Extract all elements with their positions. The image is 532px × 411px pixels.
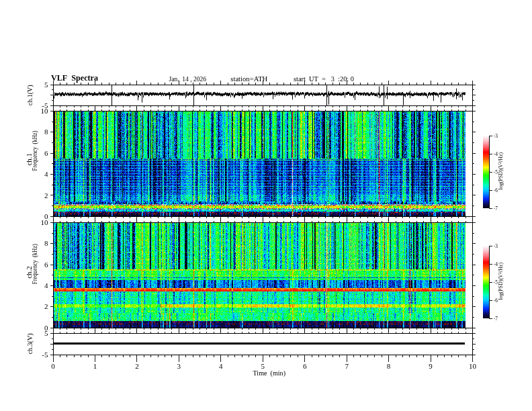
svg-text:0: 0 (44, 324, 48, 332)
svg-text:-7: -7 (494, 316, 498, 322)
svg-text:10: 10 (41, 218, 49, 226)
svg-text:4: 4 (44, 281, 48, 289)
svg-text:10: 10 (41, 107, 49, 115)
svg-text:-7: -7 (494, 205, 498, 212)
svg-text:6: 6 (44, 149, 48, 157)
svg-text:start UT = 3 :20: 0: start UT = 3 :20: 0 (294, 75, 354, 83)
svg-text:Frequency (kHz): Frequency (kHz) (30, 244, 39, 284)
svg-text:8: 8 (44, 128, 48, 136)
svg-text:-3: -3 (494, 133, 498, 139)
svg-text:ch.3(V): ch.3(V) (26, 333, 34, 354)
svg-text:Frequency (kHz): Frequency (kHz) (30, 130, 39, 171)
svg-text:ch.1(V): ch.1(V) (26, 85, 34, 105)
svg-text:station=ATH: station=ATH (230, 75, 267, 83)
svg-text:8: 8 (44, 239, 48, 247)
svg-text:2: 2 (135, 362, 139, 370)
svg-text:2: 2 (44, 191, 48, 199)
svg-text:-5: -5 (494, 279, 498, 285)
svg-text:-5: -5 (494, 169, 498, 175)
svg-text:3: 3 (177, 362, 181, 370)
svg-text:6: 6 (303, 362, 307, 370)
svg-text:-6: -6 (494, 298, 498, 304)
svg-text:ch.2: ch.2 (25, 266, 33, 279)
svg-text:-4: -4 (494, 151, 498, 157)
svg-text:Time (min): Time (min) (253, 369, 286, 377)
svg-text:7: 7 (345, 362, 349, 370)
svg-text:log(PSD)(V2/Hz): log(PSD)(V2/Hz) (498, 152, 504, 189)
svg-text:10: 10 (469, 362, 477, 370)
svg-text:5: 5 (44, 81, 48, 89)
svg-text:VLF Spectra: VLF Spectra (51, 73, 98, 83)
svg-text:ch.1: ch.1 (25, 153, 33, 166)
svg-text:-6: -6 (494, 187, 498, 193)
svg-text:-5: -5 (42, 351, 48, 359)
svg-text:5: 5 (44, 329, 48, 337)
svg-text:8: 8 (387, 362, 391, 370)
svg-text:-3: -3 (494, 243, 498, 249)
svg-text:log(PSD)(V2/Hz): log(PSD)(V2/Hz) (498, 263, 504, 300)
svg-text:1: 1 (93, 362, 97, 370)
svg-text:0: 0 (44, 212, 48, 220)
svg-text:-5: -5 (42, 101, 48, 109)
svg-text:Jan. 14 , 2026: Jan. 14 , 2026 (169, 75, 207, 83)
svg-text:9: 9 (429, 362, 433, 370)
svg-text:2: 2 (44, 302, 48, 310)
svg-text:6: 6 (44, 261, 48, 269)
svg-text:5: 5 (261, 362, 265, 370)
svg-text:0: 0 (51, 362, 55, 370)
svg-text:-4: -4 (494, 261, 498, 267)
svg-text:4: 4 (219, 362, 223, 370)
svg-text:4: 4 (44, 170, 48, 178)
